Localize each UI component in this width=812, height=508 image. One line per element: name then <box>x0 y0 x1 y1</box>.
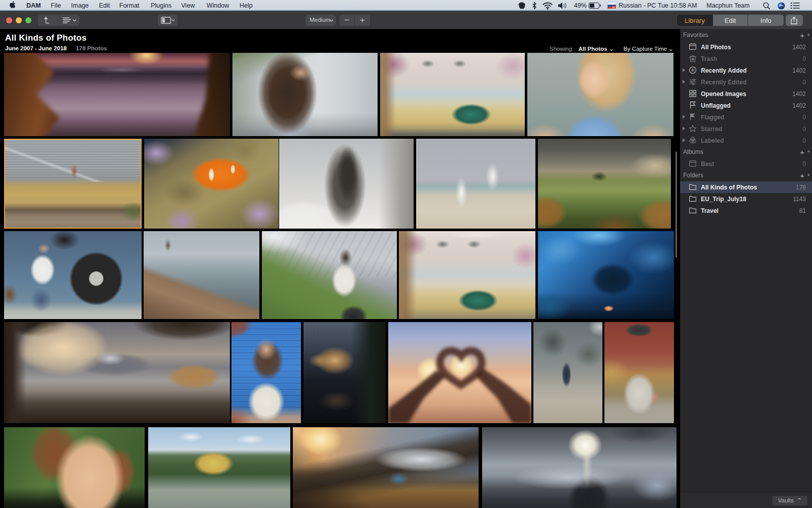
svg-text:PC: PC <box>613 6 616 9</box>
